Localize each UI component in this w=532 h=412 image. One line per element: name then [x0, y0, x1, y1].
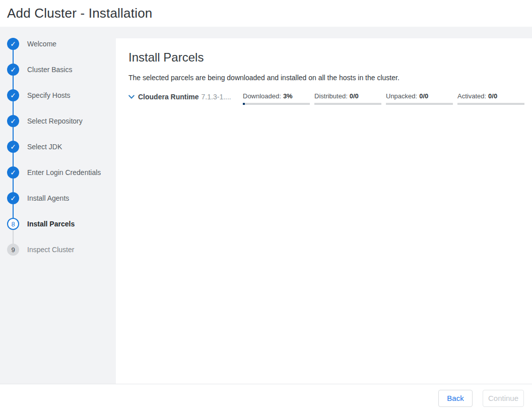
progress-value: 0/0 [488, 92, 497, 100]
progress-value: 0/0 [419, 92, 428, 100]
progress-value: 0/0 [350, 92, 359, 100]
sidebar-step-select-repository[interactable]: ✓ Select Repository [7, 115, 116, 141]
sidebar-step-install-agents[interactable]: ✓ Install Agents [7, 192, 116, 218]
wizard-body: ✓ Welcome ✓ Cluster Basics ✓ Specify Hos… [0, 27, 532, 384]
check-icon: ✓ [7, 38, 19, 50]
main-content-panel: Install Parcels The selected parcels are… [116, 38, 532, 384]
progress-bar-unpacked [386, 103, 453, 105]
parcel-name-cell: Cloudera Runtime 7.1.3-1.... [128, 92, 243, 101]
check-icon: ✓ [7, 115, 19, 127]
step-label: Specify Hosts [27, 89, 71, 101]
step-label: Inspect Cluster [27, 244, 74, 256]
back-button[interactable]: Back [438, 390, 473, 407]
progress-bar-activated [457, 103, 524, 105]
progress-bar-distributed [314, 103, 381, 105]
check-icon: ✓ [7, 192, 19, 204]
check-icon: ✓ [7, 166, 19, 179]
page-title: Add Cluster - Installation [7, 6, 152, 21]
progress-col-activated: Activated:0/0 [457, 92, 524, 105]
step-label: Select JDK [27, 141, 62, 153]
check-icon: ✓ [7, 64, 19, 76]
sidebar-step-select-jdk[interactable]: ✓ Select JDK [7, 141, 116, 166]
step-label: Install Parcels [27, 218, 75, 230]
progress-label: Distributed: [314, 92, 348, 100]
step-label: Enter Login Credentials [27, 166, 101, 179]
sidebar-step-install-parcels[interactable]: 8 Install Parcels [7, 218, 116, 244]
progress-bar-downloaded [243, 103, 310, 105]
progress-label: Activated: [457, 92, 486, 100]
sidebar-step-inspect-cluster[interactable]: 9 Inspect Cluster [7, 244, 116, 269]
parcel-version: 7.1.3-1.... [202, 93, 231, 101]
progress-col-downloaded: Downloaded:3% [243, 92, 310, 105]
app-header: Add Cluster - Installation [0, 0, 532, 27]
sidebar-step-specify-hosts[interactable]: ✓ Specify Hosts [7, 89, 116, 115]
parcel-row: Cloudera Runtime 7.1.3-1.... Downloaded:… [128, 92, 524, 105]
progress-value: 3% [283, 92, 293, 100]
step-number-badge: 8 [7, 218, 19, 230]
step-number-badge: 9 [7, 244, 19, 256]
continue-button[interactable]: Continue [483, 390, 524, 407]
progress-bar-fill [243, 103, 245, 105]
wizard-steps-sidebar: ✓ Welcome ✓ Cluster Basics ✓ Specify Hos… [0, 27, 116, 384]
chevron-down-icon[interactable] [128, 95, 135, 99]
sidebar-step-enter-login-credentials[interactable]: ✓ Enter Login Credentials [7, 166, 116, 192]
check-icon: ✓ [7, 89, 19, 101]
sidebar-step-welcome[interactable]: ✓ Welcome [7, 38, 116, 64]
step-label: Cluster Basics [27, 64, 72, 76]
progress-label: Unpacked: [386, 92, 417, 100]
wizard-footer: Back Continue [0, 384, 532, 412]
progress-label: Downloaded: [243, 92, 281, 100]
step-label: Install Agents [27, 192, 69, 204]
progress-col-distributed: Distributed:0/0 [314, 92, 381, 105]
check-icon: ✓ [7, 141, 19, 153]
step-label: Select Repository [27, 115, 83, 127]
progress-col-unpacked: Unpacked:0/0 [386, 92, 453, 105]
sidebar-step-cluster-basics[interactable]: ✓ Cluster Basics [7, 64, 116, 89]
step-label: Welcome [27, 38, 56, 50]
section-description: The selected parcels are being downloade… [128, 74, 524, 82]
section-title: Install Parcels [128, 50, 524, 65]
parcel-name: Cloudera Runtime [138, 93, 199, 101]
